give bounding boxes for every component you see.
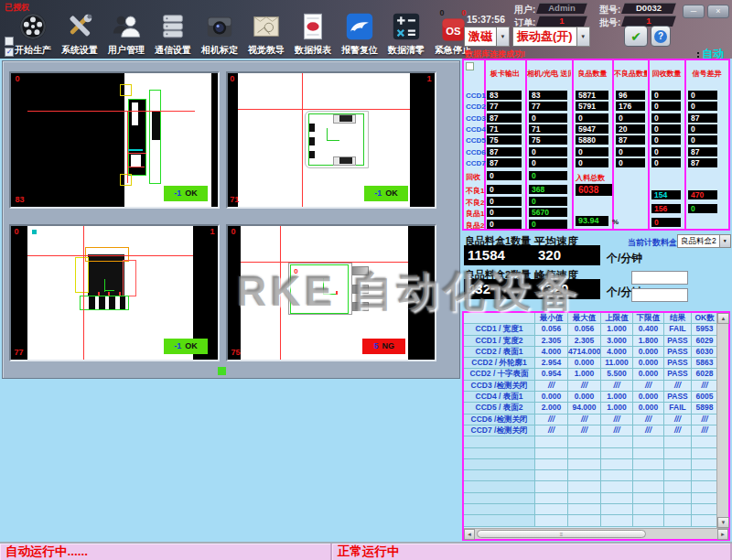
value-box: 0 <box>688 102 717 111</box>
value-box: 96 <box>616 91 645 100</box>
toolbar-checkbox-2[interactable]: ✓ <box>5 48 14 57</box>
results-row[interactable] <box>464 515 718 526</box>
value-box: 0 <box>487 220 522 229</box>
results-row[interactable] <box>464 481 718 492</box>
results-row[interactable]: CCD1 / 宽度10.0560.0561.0000.400FAIL5953 <box>464 324 718 335</box>
camera-view-3[interactable]: 0 1 77 -1 OK <box>9 224 220 361</box>
cam4-counter-tl: 0 <box>231 227 235 236</box>
results-row[interactable] <box>464 459 718 470</box>
value-box: 0 <box>487 185 522 194</box>
result-value <box>692 448 718 458</box>
grid-checkbox[interactable] <box>466 62 474 70</box>
results-row[interactable]: CCD2 / 表面14.0004714.0004.0000.000PASS603… <box>464 347 718 358</box>
camera-view-4[interactable]: 0 0 75 5 NG <box>226 224 436 361</box>
model-field[interactable]: D0032 <box>623 3 674 14</box>
scroll-left-icon[interactable]: ◄ <box>464 529 475 540</box>
toolbar-button-2[interactable]: 系统设置 <box>58 5 102 57</box>
result-value <box>601 459 633 469</box>
order-field[interactable]: 1 <box>538 16 586 27</box>
result-value <box>601 515 633 525</box>
toolbar-button-label: 用户管理 <box>108 44 145 57</box>
value-box: 0 <box>651 147 681 156</box>
aux-input-1[interactable] <box>631 271 688 285</box>
results-row[interactable]: CCD1 / 宽度22.3052.3053.0001.800PASS6029 <box>464 336 718 347</box>
toolbar-button-label: 视觉教导 <box>248 44 285 57</box>
minimize-button[interactable]: ─ <box>683 5 705 18</box>
results-row[interactable] <box>464 448 718 459</box>
recycle-box: 156 <box>651 204 681 213</box>
results-row[interactable]: CCD6 /检测关闭////////////////// <box>464 415 718 425</box>
current-box-label: 当前计数料盒 <box>628 237 677 249</box>
results-row[interactable]: CCD2 / 十字表面0.9541.0005.5000.000PASS6028 <box>464 369 718 380</box>
result-value: /// <box>664 425 692 436</box>
result-value: /// <box>692 381 718 391</box>
badge-number: 5 <box>373 341 378 350</box>
toolbar-button-5[interactable]: 相机标定 <box>198 5 242 57</box>
result-value: 0.000 <box>633 369 664 379</box>
results-header-row[interactable]: 最小值最大值上限值下限值结果OK数 <box>464 313 718 324</box>
result-value <box>664 436 692 447</box>
toolbar-button-1[interactable]: 开始生产 <box>11 5 55 57</box>
recycle-box: 0 <box>651 218 681 227</box>
results-row[interactable]: CCD7 /检测关闭////////////////// <box>464 425 718 436</box>
scrollbar-thumb[interactable]: ≡ <box>477 530 646 538</box>
result-value <box>692 470 718 480</box>
result-value <box>633 493 664 503</box>
results-row[interactable]: CCD2 / 外轮廓12.9540.00011.0000.000PASS5863 <box>464 358 718 369</box>
feed-total-label: 入料总数 <box>576 173 605 183</box>
result-value: 0.954 <box>535 369 568 379</box>
close-button[interactable]: × <box>707 5 729 18</box>
scroll-right-icon[interactable]: ► <box>717 529 728 540</box>
user-field[interactable]: Admin <box>538 3 586 14</box>
camera-view-1[interactable]: 0 83 -1 OK <box>9 71 220 209</box>
toolbar-button-6[interactable]: 视觉教导 <box>244 5 288 57</box>
vertical-scrollbar[interactable]: ▲ ▼ <box>716 313 728 528</box>
toolbar-button-9[interactable]: 数据清零 <box>384 5 428 57</box>
production-grid: 板卡输出相机/光电 送回良品数量不良品数量回收数量信号差异CCD18383587… <box>462 59 730 231</box>
result-value: /// <box>633 415 664 425</box>
chevron-down-icon[interactable]: ▼ <box>577 27 590 47</box>
toolbar-button-3[interactable]: 用户管理 <box>104 5 148 57</box>
current-box-dropdown[interactable]: 良品料盒2 ▼ <box>677 234 731 248</box>
confirm-button[interactable]: ✔ <box>624 26 648 47</box>
toolbar-button-8[interactable]: 报警复位 <box>338 5 382 57</box>
result-value: PASS <box>664 358 692 368</box>
model-label: 型号: <box>599 4 620 16</box>
scroll-down-icon[interactable]: ▼ <box>717 517 729 528</box>
results-row[interactable]: CCD5 / 表面22.00094.0001.0000.000FAIL5898 <box>464 403 718 414</box>
vibration-plate-dropdown[interactable]: 振动盘(开) ▼ <box>512 27 590 47</box>
value-box: 5670 <box>529 208 567 217</box>
result-item-name: CCD4 / 表面1 <box>464 392 535 402</box>
help-button[interactable]: ? <box>651 26 671 47</box>
results-row[interactable]: CCD3 /检测关闭////////////////// <box>464 381 718 392</box>
results-row[interactable] <box>464 470 718 481</box>
toolbar-button-4[interactable]: 通信设置 <box>151 5 195 57</box>
toolbar-checkbox-1[interactable] <box>5 37 14 46</box>
result-value <box>633 436 664 447</box>
result-value: 2.000 <box>535 403 568 413</box>
toolbar-button-7[interactable]: 数据报表 <box>291 5 335 57</box>
result-item-name: CCD1 / 宽度2 <box>464 336 535 346</box>
value-box: 0 <box>529 147 567 156</box>
results-row[interactable]: CCD4 / 表面10.0000.0001.0000.000PASS6005 <box>464 392 718 403</box>
value-box: 0 <box>529 220 567 229</box>
chevron-down-icon[interactable]: ▼ <box>720 234 731 248</box>
results-row[interactable] <box>464 493 718 504</box>
value-box: 83 <box>529 91 567 100</box>
camera-view-2[interactable]: 0 1 71 -1 OK <box>226 71 436 209</box>
result-value: 6028 <box>692 369 718 379</box>
aux-input-2[interactable] <box>631 288 688 302</box>
cam4-counter-bl: 75 <box>231 348 240 357</box>
result-item-name <box>464 436 535 447</box>
result-value: /// <box>568 425 601 436</box>
results-table: 最小值最大值上限值下限值结果OK数CCD1 / 宽度10.0560.0561.0… <box>462 311 730 541</box>
results-row[interactable] <box>464 504 718 515</box>
horizontal-scrollbar[interactable]: ◄ ► ≡ <box>464 528 728 539</box>
results-row[interactable] <box>464 436 718 447</box>
result-item-name: CCD6 /检测关闭 <box>464 415 535 425</box>
scroll-up-icon[interactable]: ▲ <box>717 313 729 324</box>
chevron-down-icon[interactable]: ▼ <box>497 27 510 47</box>
result-value: /// <box>535 381 568 391</box>
excitation-dropdown[interactable]: 激磁 ▼ <box>464 27 510 47</box>
row-label-special: 不良1 <box>466 186 484 196</box>
